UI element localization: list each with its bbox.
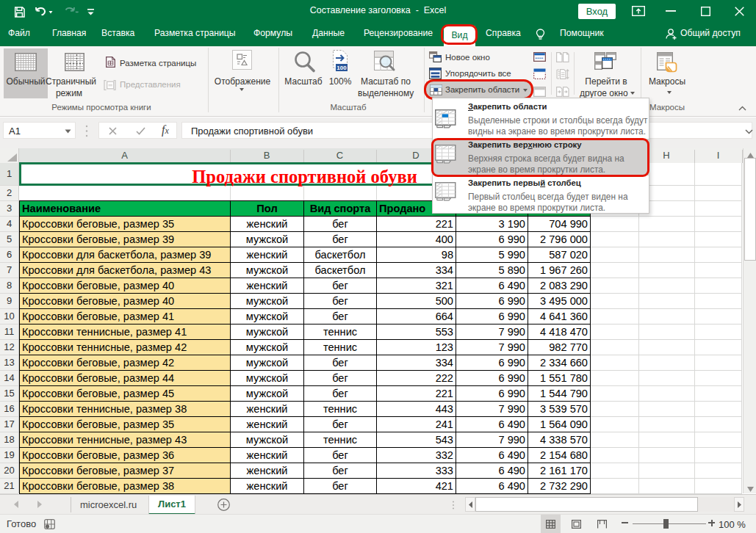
svg-text:100: 100 <box>336 65 347 71</box>
